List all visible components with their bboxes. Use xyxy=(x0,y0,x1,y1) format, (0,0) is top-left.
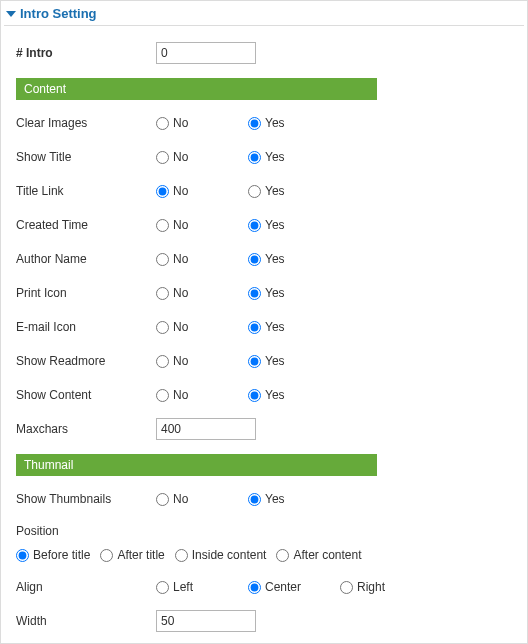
print_icon-yes-radio[interactable] xyxy=(248,287,261,300)
show_readmore-no-radio[interactable] xyxy=(156,355,169,368)
show_readmore-yes-text: Yes xyxy=(265,354,285,368)
author_name-no-radio[interactable] xyxy=(156,253,169,266)
created_time-no-option[interactable]: No xyxy=(156,218,248,232)
align-right-text: Right xyxy=(357,580,385,594)
clear_images-yes-option[interactable]: Yes xyxy=(248,116,340,130)
email_icon-label: E-mail Icon xyxy=(16,320,156,334)
align-left-option[interactable]: Left xyxy=(156,580,248,594)
align-center-radio[interactable] xyxy=(248,581,261,594)
align-right-radio[interactable] xyxy=(340,581,353,594)
show_content-no-radio[interactable] xyxy=(156,389,169,402)
show_readmore-no-option[interactable]: No xyxy=(156,354,248,368)
show_title-yes-text: Yes xyxy=(265,150,285,164)
email_icon-yes-text: Yes xyxy=(265,320,285,334)
author_name-yes-option[interactable]: Yes xyxy=(248,252,340,266)
show_content-yes-radio[interactable] xyxy=(248,389,261,402)
show_content-no-option[interactable]: No xyxy=(156,388,248,402)
print_icon-no-radio[interactable] xyxy=(156,287,169,300)
print_icon-yes-option[interactable]: Yes xyxy=(248,286,340,300)
title_link-no-text: No xyxy=(173,184,188,198)
position-inside_content-option[interactable]: Inside content xyxy=(175,548,267,562)
show_title-yes-option[interactable]: Yes xyxy=(248,150,340,164)
clear_images-no-text: No xyxy=(173,116,188,130)
panel-header[interactable]: Intro Setting xyxy=(4,4,524,26)
position-label: Position xyxy=(16,524,156,538)
print_icon-no-text: No xyxy=(173,286,188,300)
position-after_content-text: After content xyxy=(293,548,361,562)
author_name-yes-radio[interactable] xyxy=(248,253,261,266)
maxchars-label: Maxchars xyxy=(16,422,156,436)
title_link-no-radio[interactable] xyxy=(156,185,169,198)
position-after_title-radio[interactable] xyxy=(100,549,113,562)
show_readmore-yes-radio[interactable] xyxy=(248,355,261,368)
email_icon-no-text: No xyxy=(173,320,188,334)
email_icon-yes-radio[interactable] xyxy=(248,321,261,334)
clear_images-no-option[interactable]: No xyxy=(156,116,248,130)
title_link-no-option[interactable]: No xyxy=(156,184,248,198)
position-after_title-text: After title xyxy=(117,548,164,562)
show_thumbnails-yes-option[interactable]: Yes xyxy=(248,492,340,506)
created_time-yes-text: Yes xyxy=(265,218,285,232)
show_thumbnails-no-radio[interactable] xyxy=(156,493,169,506)
created_time-yes-option[interactable]: Yes xyxy=(248,218,340,232)
print_icon-yes-text: Yes xyxy=(265,286,285,300)
position-before_title-option[interactable]: Before title xyxy=(16,548,90,562)
show_title-yes-radio[interactable] xyxy=(248,151,261,164)
clear_images-no-radio[interactable] xyxy=(156,117,169,130)
show_thumbnails-yes-text: Yes xyxy=(265,492,285,506)
created_time-no-radio[interactable] xyxy=(156,219,169,232)
position-after_title-option[interactable]: After title xyxy=(100,548,164,562)
email_icon-no-radio[interactable] xyxy=(156,321,169,334)
show_content-yes-text: Yes xyxy=(265,388,285,402)
align-label: Align xyxy=(16,580,156,594)
align-center-option[interactable]: Center xyxy=(248,580,340,594)
created_time-label: Created Time xyxy=(16,218,156,232)
author_name-yes-text: Yes xyxy=(265,252,285,266)
created_time-yes-radio[interactable] xyxy=(248,219,261,232)
created_time-no-text: No xyxy=(173,218,188,232)
align-center-text: Center xyxy=(265,580,301,594)
clear_images-yes-text: Yes xyxy=(265,116,285,130)
show_readmore-yes-option[interactable]: Yes xyxy=(248,354,340,368)
show_thumbnails-no-option[interactable]: No xyxy=(156,492,248,506)
author_name-no-option[interactable]: No xyxy=(156,252,248,266)
position-after_content-option[interactable]: After content xyxy=(276,548,361,562)
width-label: Width xyxy=(16,614,156,628)
section-content-header: Content xyxy=(16,78,377,100)
clear_images-label: Clear Images xyxy=(16,116,156,130)
align-right-option[interactable]: Right xyxy=(340,580,432,594)
show_content-label: Show Content xyxy=(16,388,156,402)
clear_images-yes-radio[interactable] xyxy=(248,117,261,130)
position-after_content-radio[interactable] xyxy=(276,549,289,562)
show_title-no-option[interactable]: No xyxy=(156,150,248,164)
show_content-no-text: No xyxy=(173,388,188,402)
show_thumbnails-label: Show Thumbnails xyxy=(16,492,156,506)
panel-body: # Intro Content Clear ImagesNoYesShow Ti… xyxy=(4,26,524,644)
title_link-yes-text: Yes xyxy=(265,184,285,198)
title_link-yes-radio[interactable] xyxy=(248,185,261,198)
position-before_title-radio[interactable] xyxy=(16,549,29,562)
show_readmore-label: Show Readmore xyxy=(16,354,156,368)
width-input[interactable] xyxy=(156,610,256,632)
show_title-no-radio[interactable] xyxy=(156,151,169,164)
print_icon-label: Print Icon xyxy=(16,286,156,300)
position-inside_content-radio[interactable] xyxy=(175,549,188,562)
show_thumbnails-yes-radio[interactable] xyxy=(248,493,261,506)
show_readmore-no-text: No xyxy=(173,354,188,368)
email_icon-no-option[interactable]: No xyxy=(156,320,248,334)
collapse-icon xyxy=(6,11,16,17)
align-left-text: Left xyxy=(173,580,193,594)
align-left-radio[interactable] xyxy=(156,581,169,594)
panel-title: Intro Setting xyxy=(20,6,97,21)
section-thumbnail-header: Thumnail xyxy=(16,454,377,476)
email_icon-yes-option[interactable]: Yes xyxy=(248,320,340,334)
show_content-yes-option[interactable]: Yes xyxy=(248,388,340,402)
position-before_title-text: Before title xyxy=(33,548,90,562)
author_name-label: Author Name xyxy=(16,252,156,266)
title_link-yes-option[interactable]: Yes xyxy=(248,184,340,198)
maxchars-input[interactable] xyxy=(156,418,256,440)
author_name-no-text: No xyxy=(173,252,188,266)
intro-count-input[interactable] xyxy=(156,42,256,64)
show_thumbnails-no-text: No xyxy=(173,492,188,506)
print_icon-no-option[interactable]: No xyxy=(156,286,248,300)
